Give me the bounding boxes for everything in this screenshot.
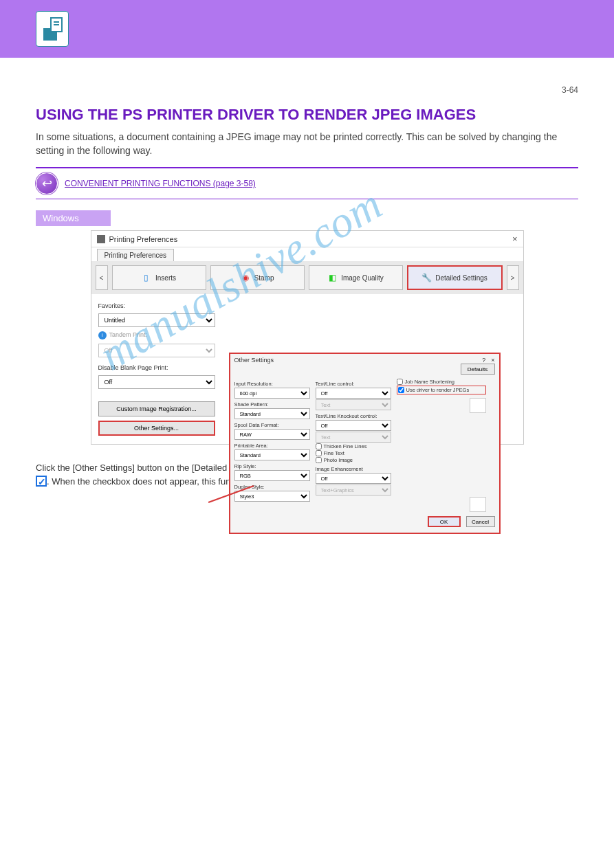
- text-line-control-label: Text/Line control:: [316, 381, 391, 387]
- page-number: 3-64: [36, 58, 578, 95]
- ok-button[interactable]: OK: [428, 516, 461, 527]
- window-title: Printing Preferences: [109, 235, 178, 243]
- text-line-knockout-hint: Text: [316, 432, 391, 443]
- input-resolution-label: Input Resolution:: [234, 381, 310, 387]
- back-arrow-icon[interactable]: ↩: [36, 173, 58, 194]
- image-enhancement-hint: Text+Graphics: [316, 485, 391, 496]
- tab-stamp-label: Stamp: [254, 274, 274, 282]
- dialog-close-icon[interactable]: ×: [491, 357, 494, 364]
- favorites-label: Favorites:: [98, 302, 215, 309]
- duplex-style-select[interactable]: Style3: [234, 491, 310, 502]
- preview-box: [470, 398, 486, 413]
- windows-label: Windows: [36, 210, 111, 226]
- use-driver-render-jpegs-checkbox[interactable]: Use driver to render JPEGs: [397, 386, 486, 394]
- checked-icon: [36, 476, 47, 487]
- tab-inserts-label: Inserts: [155, 274, 176, 282]
- printer-icon: [97, 235, 105, 243]
- tab-image-quality[interactable]: ◧Image Quality: [309, 265, 403, 290]
- spool-format-select[interactable]: RAW: [234, 429, 310, 440]
- text-line-control-select[interactable]: Off: [316, 388, 391, 399]
- section-title: USING THE PS PRINTER DRIVER TO RENDER JP…: [36, 106, 578, 124]
- shade-pattern-select[interactable]: Standard: [234, 408, 310, 419]
- tab-inserts[interactable]: ▯Inserts: [112, 265, 206, 290]
- help-icon[interactable]: ?: [482, 357, 485, 364]
- text-line-knockout-label: Text/Line Knockout control:: [316, 413, 391, 419]
- screenshot-window: Printing Preferences × Printing Preferen…: [91, 230, 524, 445]
- printable-area-label: Printable Area:: [234, 443, 310, 449]
- divider: [36, 167, 578, 168]
- info-icon: i: [98, 331, 107, 340]
- dialog-title: Other Settings: [234, 357, 274, 364]
- printable-area-select[interactable]: Standard: [234, 449, 310, 460]
- other-settings-dialog: Other Settings ? × Defaults Input Resolu…: [229, 353, 501, 534]
- input-resolution-select[interactable]: 600 dpi: [234, 388, 310, 399]
- close-icon[interactable]: ×: [512, 234, 518, 244]
- other-settings-button[interactable]: Other Settings...: [98, 421, 215, 436]
- photo-image-checkbox[interactable]: Photo Image: [316, 457, 391, 463]
- custom-image-registration-button[interactable]: Custom Image Registration...: [98, 401, 215, 416]
- tab-image-quality-label: Image Quality: [341, 274, 384, 282]
- tandem-select: Off: [98, 344, 215, 357]
- tab-detailed-settings[interactable]: 🔧Detailed Settings: [407, 265, 503, 290]
- disable-blank-label: Disable Blank Page Print:: [98, 364, 215, 371]
- text-line-knockout-select[interactable]: Off: [316, 420, 391, 431]
- job-name-shortening-checkbox[interactable]: Job Name Shortening: [397, 379, 486, 385]
- tab-detailed-label: Detailed Settings: [435, 274, 487, 282]
- rip-style-label: Rip Style:: [234, 463, 310, 469]
- spool-format-label: Spool Data Format:: [234, 422, 310, 428]
- text-line-control-hint: Text: [316, 399, 391, 410]
- tab-stamp[interactable]: ◉Stamp: [210, 265, 305, 290]
- thicken-fine-lines-checkbox[interactable]: Thicken Fine Lines: [316, 443, 391, 449]
- defaults-button[interactable]: Defaults: [461, 364, 495, 375]
- image-enhancement-label: Image Enhancement: [316, 466, 391, 472]
- shade-pattern-label: Shade Pattern:: [234, 401, 310, 408]
- favorites-select[interactable]: Untitled: [98, 313, 215, 327]
- tab-nav-left[interactable]: <: [96, 265, 108, 290]
- section-subtitle: In some situations, a document containin…: [36, 131, 578, 157]
- cancel-button[interactable]: Cancel: [466, 516, 495, 527]
- disable-blank-select[interactable]: Off: [98, 375, 215, 389]
- back-link[interactable]: CONVENIENT PRINTING FUNCTIONS (page 3-58…: [65, 179, 256, 188]
- rip-style-select[interactable]: RGB: [234, 470, 310, 481]
- tab-printing-preferences[interactable]: Printing Preferences: [97, 249, 175, 261]
- preview-box-2: [470, 497, 486, 512]
- tandem-label: Tandem Print:: [109, 331, 148, 338]
- image-enhancement-select[interactable]: Off: [316, 473, 391, 484]
- fine-text-checkbox[interactable]: Fine Text: [316, 450, 391, 456]
- tab-nav-right[interactable]: >: [507, 265, 519, 290]
- divider: [36, 199, 578, 199]
- doc-icon: [36, 11, 69, 47]
